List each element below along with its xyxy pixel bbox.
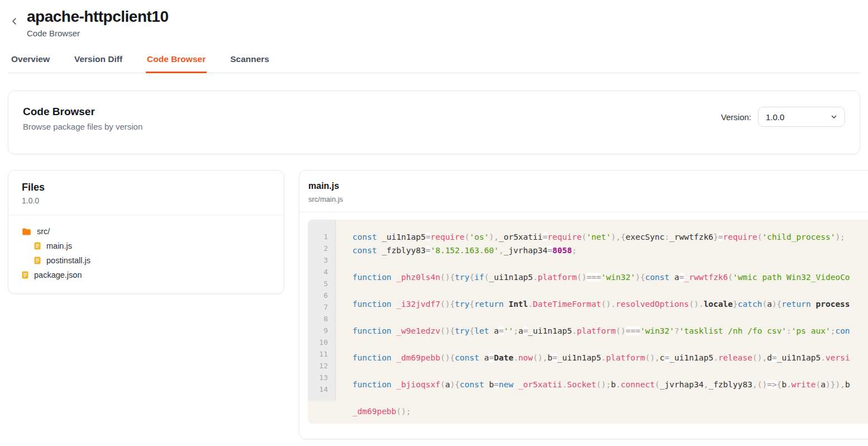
- code-inner: 1234567891011121314 const _ui1n1ap5=requ…: [308, 220, 868, 424]
- line-number: 2: [308, 243, 335, 254]
- files-panel: Files 1.0.0 src/main.jspostinstall.jspac…: [8, 170, 284, 294]
- line-number: 8: [308, 313, 335, 325]
- tab-version-diff[interactable]: Version Diff: [73, 48, 123, 73]
- tab-scanners[interactable]: Scanners: [229, 48, 270, 73]
- panels-row: Files 1.0.0 src/main.jspostinstall.jspac…: [8, 170, 860, 439]
- code-line-9: [352, 338, 850, 351]
- line-number: 12: [308, 360, 335, 372]
- tree-item-label: postinstall.js: [46, 256, 90, 265]
- code-line-12: function _bjioqsxf(a){const b=new _or5xa…: [352, 378, 850, 391]
- code-line-13: [352, 391, 850, 405]
- line-number: 5: [308, 278, 335, 290]
- code-line-6: function _i32jvdf7(){try{return Intl.Dat…: [352, 297, 850, 311]
- files-panel-header: Files 1.0.0: [8, 170, 284, 215]
- card-subtitle: Browse package files by version: [23, 122, 142, 131]
- card-title: Code Browser: [23, 106, 142, 118]
- line-number: 4: [308, 266, 335, 278]
- version-select-value: 1.0.0: [766, 112, 784, 122]
- tab-bar: OverviewVersion DiffCode BrowserScanners: [8, 48, 860, 73]
- code-file-info: main.js src/main.js: [308, 181, 343, 203]
- tree-item-package.json[interactable]: package.json: [22, 268, 270, 282]
- file-tree: src/main.jspostinstall.jspackage.json: [8, 215, 284, 293]
- code-file-name: main.js: [308, 181, 343, 191]
- file-icon: [22, 271, 28, 279]
- code-line-1: const _ui1n1ap5=require('os'),_or5xatii=…: [352, 230, 850, 244]
- code-content: const _ui1n1ap5=require('os'),_or5xatii=…: [336, 220, 859, 424]
- title-block: apache-httpclient10 Code Browser: [27, 8, 168, 38]
- tab-overview[interactable]: Overview: [10, 48, 51, 73]
- version-select[interactable]: 1.0.0: [758, 107, 845, 127]
- code-browser-card: Code Browser Browse package files by ver…: [8, 91, 860, 154]
- code-panel-header: main.js src/main.js Copy JS: [299, 170, 868, 212]
- line-number: 1: [308, 231, 335, 243]
- code-line-5: [352, 284, 850, 297]
- files-panel-title: Files: [22, 182, 270, 193]
- line-number: 6: [308, 290, 335, 301]
- line-number-gutter: 1234567891011121314: [308, 220, 336, 401]
- tab-code-browser[interactable]: Code Browser: [146, 48, 207, 73]
- tree-item-main.js[interactable]: main.js: [34, 239, 270, 253]
- chevron-down-icon: [831, 113, 837, 120]
- chevron-left-icon: [10, 19, 19, 27]
- code-file-path: src/main.js: [308, 195, 343, 203]
- code-line-8: function _w9e1edzv(){try{let a='';a=_ui1…: [352, 324, 850, 338]
- files-panel-version: 1.0.0: [22, 196, 270, 205]
- version-label: Version:: [721, 112, 751, 122]
- code-panel: main.js src/main.js Copy JS: [299, 170, 868, 439]
- line-number: 11: [308, 348, 335, 360]
- page-title: apache-httpclient10: [27, 8, 168, 26]
- line-number: 7: [308, 301, 335, 313]
- code-line-4: function _phz0ls4n(){try{if(_ui1n1ap5.pl…: [352, 271, 850, 284]
- line-number: 14: [308, 383, 335, 395]
- line-number: 3: [308, 254, 335, 266]
- page-subtitle: Code Browser: [27, 29, 168, 38]
- tree-item-label: src/: [37, 227, 50, 236]
- file-icon: [34, 242, 41, 250]
- tree-item-label: package.json: [34, 271, 82, 279]
- code-line-10: function _dm69pebb(){const a=Date.now(),…: [352, 351, 850, 364]
- tree-item-src[interactable]: src/: [22, 224, 270, 239]
- line-number: 13: [308, 372, 335, 383]
- line-number: 9: [308, 325, 335, 336]
- code-line-14: _dm69pebb();: [352, 405, 850, 418]
- line-number: 10: [308, 336, 335, 348]
- tree-item-postinstall.js[interactable]: postinstall.js: [34, 253, 270, 268]
- folder-icon: [22, 227, 31, 236]
- code-viewer[interactable]: 1234567891011121314 const _ui1n1ap5=requ…: [308, 220, 868, 424]
- code-line-11: [352, 364, 850, 378]
- back-button[interactable]: [9, 16, 20, 27]
- code-line-7: [352, 311, 850, 324]
- page: apache-httpclient10 Code Browser Overvie…: [0, 0, 868, 439]
- tree-item-label: main.js: [46, 241, 72, 250]
- file-icon: [34, 257, 41, 264]
- version-picker: Version: 1.0.0: [721, 107, 845, 127]
- page-header: apache-httpclient10 Code Browser: [8, 8, 860, 38]
- code-browser-card-text: Code Browser Browse package files by ver…: [23, 106, 142, 131]
- code-line-2: const _fzblyy83='8.152.163.60',_jvrhap34…: [352, 244, 850, 257]
- code-line-3: [352, 257, 850, 271]
